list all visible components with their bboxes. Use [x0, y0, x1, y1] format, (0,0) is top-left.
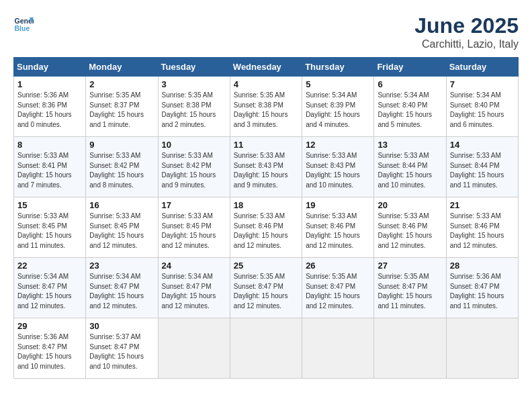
table-row: 23Sunrise: 5:34 AMSunset: 8:47 PMDayligh… [86, 258, 158, 318]
calendar-header-row: Sunday Monday Tuesday Wednesday Thursday… [14, 58, 519, 77]
table-row: 19Sunrise: 5:33 AMSunset: 8:46 PMDayligh… [302, 197, 374, 258]
table-row: 2Sunrise: 5:35 AMSunset: 8:37 PMDaylight… [86, 77, 158, 137]
table-row: 29Sunrise: 5:36 AMSunset: 8:47 PMDayligh… [14, 318, 86, 379]
table-row: 7Sunrise: 5:34 AMSunset: 8:40 PMDaylight… [446, 77, 518, 137]
table-row: 21Sunrise: 5:33 AMSunset: 8:46 PMDayligh… [446, 197, 518, 258]
table-row [158, 318, 230, 379]
table-row: 3Sunrise: 5:35 AMSunset: 8:38 PMDaylight… [158, 77, 230, 137]
svg-text:Blue: Blue [15, 24, 30, 32]
table-row: 5Sunrise: 5:34 AMSunset: 8:39 PMDaylight… [302, 77, 374, 137]
table-row: 28Sunrise: 5:36 AMSunset: 8:47 PMDayligh… [446, 258, 518, 318]
col-thursday: Thursday [302, 58, 374, 77]
calendar-subtitle: Carchitti, Lazio, Italy [414, 38, 519, 50]
table-row: 18Sunrise: 5:33 AMSunset: 8:46 PMDayligh… [230, 197, 302, 258]
calendar-table: Sunday Monday Tuesday Wednesday Thursday… [13, 57, 519, 379]
table-row: 27Sunrise: 5:35 AMSunset: 8:47 PMDayligh… [374, 258, 446, 318]
logo-icon: General Blue [13, 13, 34, 34]
col-tuesday: Tuesday [158, 58, 230, 77]
logo: General Blue [13, 13, 34, 34]
table-row: 12Sunrise: 5:33 AMSunset: 8:43 PMDayligh… [302, 137, 374, 197]
col-friday: Friday [374, 58, 446, 77]
table-row: 15Sunrise: 5:33 AMSunset: 8:45 PMDayligh… [14, 197, 86, 258]
table-row: 25Sunrise: 5:35 AMSunset: 8:47 PMDayligh… [230, 258, 302, 318]
table-row [230, 318, 302, 379]
table-row: 13Sunrise: 5:33 AMSunset: 8:44 PMDayligh… [374, 137, 446, 197]
calendar-title: June 2025 [414, 13, 519, 38]
table-row: 26Sunrise: 5:35 AMSunset: 8:47 PMDayligh… [302, 258, 374, 318]
col-saturday: Saturday [446, 58, 518, 77]
table-row: 14Sunrise: 5:33 AMSunset: 8:44 PMDayligh… [446, 137, 518, 197]
table-row: 6Sunrise: 5:34 AMSunset: 8:40 PMDaylight… [374, 77, 446, 137]
table-row: 1Sunrise: 5:36 AMSunset: 8:36 PMDaylight… [14, 77, 86, 137]
table-row: 24Sunrise: 5:34 AMSunset: 8:47 PMDayligh… [158, 258, 230, 318]
page-header: General Blue June 2025 Carchitti, Lazio,… [13, 13, 519, 50]
table-row: 11Sunrise: 5:33 AMSunset: 8:43 PMDayligh… [230, 137, 302, 197]
col-monday: Monday [86, 58, 158, 77]
table-row: 30Sunrise: 5:37 AMSunset: 8:47 PMDayligh… [86, 318, 158, 379]
table-row [446, 318, 518, 379]
title-block: June 2025 Carchitti, Lazio, Italy [414, 13, 519, 50]
col-wednesday: Wednesday [230, 58, 302, 77]
table-row: 17Sunrise: 5:33 AMSunset: 8:45 PMDayligh… [158, 197, 230, 258]
table-row: 9Sunrise: 5:33 AMSunset: 8:42 PMDaylight… [86, 137, 158, 197]
table-row [302, 318, 374, 379]
table-row: 22Sunrise: 5:34 AMSunset: 8:47 PMDayligh… [14, 258, 86, 318]
table-row: 16Sunrise: 5:33 AMSunset: 8:45 PMDayligh… [86, 197, 158, 258]
table-row: 4Sunrise: 5:35 AMSunset: 8:38 PMDaylight… [230, 77, 302, 137]
table-row [374, 318, 446, 379]
table-row: 10Sunrise: 5:33 AMSunset: 8:42 PMDayligh… [158, 137, 230, 197]
col-sunday: Sunday [14, 58, 86, 77]
table-row: 8Sunrise: 5:33 AMSunset: 8:41 PMDaylight… [14, 137, 86, 197]
table-row: 20Sunrise: 5:33 AMSunset: 8:46 PMDayligh… [374, 197, 446, 258]
